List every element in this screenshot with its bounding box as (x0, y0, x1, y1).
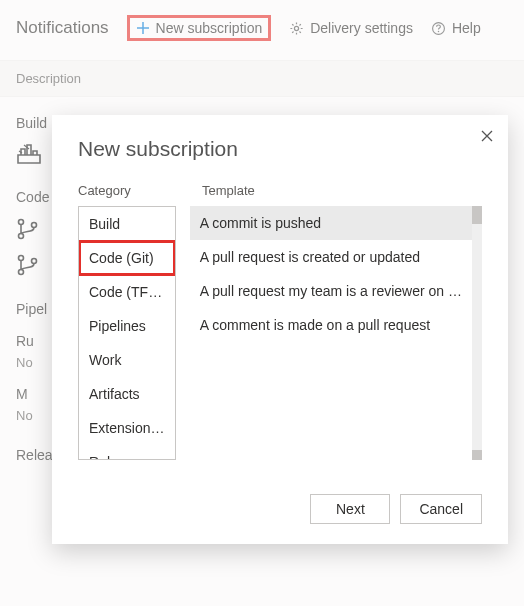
template-item[interactable]: A comment is made on a pull request (190, 308, 472, 342)
category-item[interactable]: Build (79, 207, 175, 241)
template-item[interactable]: A commit is pushed (190, 206, 472, 240)
template-item[interactable]: A pull request my team is a reviewer on … (190, 274, 472, 308)
close-button[interactable] (480, 129, 494, 143)
next-button[interactable]: Next (310, 494, 390, 524)
dialog-title: New subscription (78, 137, 482, 161)
column-labels: Category Template (78, 183, 482, 198)
cancel-button[interactable]: Cancel (400, 494, 482, 524)
category-item[interactable]: Work (79, 343, 175, 377)
template-list[interactable]: A commit is pushedA pull request is crea… (190, 206, 472, 460)
category-list[interactable]: BuildCode (Git)Code (TFVC)PipelinesWorkA… (78, 206, 176, 460)
new-subscription-dialog: New subscription Category Template Build… (52, 115, 508, 544)
category-item[interactable]: Pipelines (79, 309, 175, 343)
template-list-wrap: A commit is pushedA pull request is crea… (190, 206, 482, 460)
modal-backdrop: New subscription Category Template Build… (0, 0, 524, 606)
category-item[interactable]: Extension … (79, 411, 175, 445)
template-item[interactable]: A pull request is created or updated (190, 240, 472, 274)
category-item[interactable]: Code (Git) (79, 241, 175, 275)
category-item[interactable]: Code (TFVC) (79, 275, 175, 309)
category-label: Category (78, 183, 186, 198)
category-item[interactable]: Artifacts (79, 377, 175, 411)
template-label: Template (202, 183, 255, 198)
category-item[interactable]: Release (79, 445, 175, 460)
close-icon (480, 129, 494, 143)
